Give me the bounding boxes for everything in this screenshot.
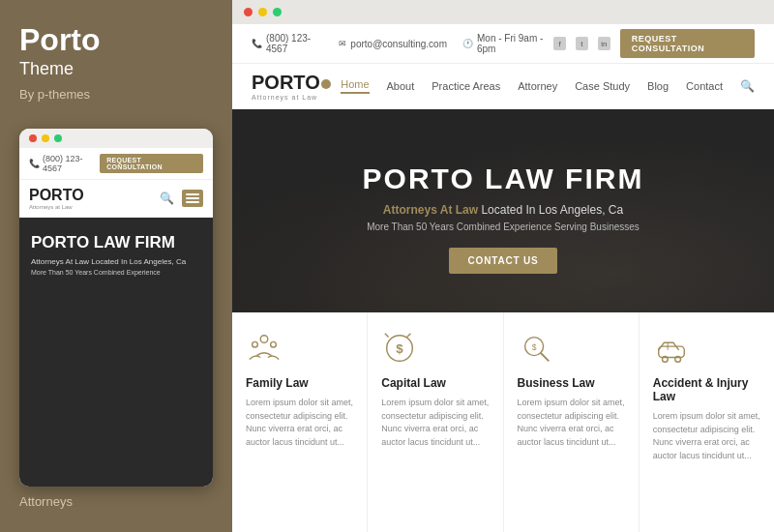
site-logo: PORTO Attorneys at Law xyxy=(252,72,331,101)
site-navbar: PORTO Attorneys at Law Home About Practi… xyxy=(232,64,774,109)
mobile-topbar: 📞 (800) 123-4567 REQUEST CONSULTATION xyxy=(19,148,213,180)
mobile-logo: PORTO Attorneys at Law xyxy=(29,187,84,210)
family-law-card: Family Law Lorem ipsum dolor sit amet, c… xyxy=(232,312,368,532)
nav-contact[interactable]: Contact xyxy=(686,80,723,92)
mobile-consult-button[interactable]: REQUEST CONSULTATION xyxy=(100,154,203,173)
accident-law-icon xyxy=(653,330,690,367)
hero-subtitle: Attorneys At Law Located In Los Angeles,… xyxy=(261,203,745,217)
topbar-phone: 📞 (800) 123-4567 xyxy=(252,33,323,54)
svg-line-6 xyxy=(540,353,549,362)
capital-law-text: Lorem ipsum dolor sit amet, consectetur … xyxy=(381,397,489,449)
topbar-phone-icon: 📞 xyxy=(252,39,262,48)
mobile-hamburger-icon[interactable] xyxy=(182,190,203,207)
facebook-icon[interactable]: f xyxy=(553,37,566,50)
mobile-nav-icons: 🔍 xyxy=(160,190,203,207)
accident-law-card: Accident & Injury Law Lorem ipsum dolor … xyxy=(640,312,774,532)
dot-yellow xyxy=(42,134,49,142)
browser-dot-green xyxy=(273,8,282,16)
nav-practice-areas[interactable]: Practice Areas xyxy=(432,80,500,92)
mobile-hero-section: PORTO LAW FIRM Attorneys At Law Located … xyxy=(19,218,213,487)
svg-point-1 xyxy=(253,341,258,347)
consult-button[interactable]: REQUEST CONSULTATION xyxy=(620,29,755,58)
dot-red xyxy=(29,134,37,142)
cards-row: Family Law Lorem ipsum dolor sit amet, c… xyxy=(232,312,774,532)
nav-search-icon[interactable]: 🔍 xyxy=(740,79,755,93)
site-topbar: 📞 (800) 123-4567 ✉ porto@consulting.com … xyxy=(232,24,774,64)
svg-text:$: $ xyxy=(531,342,536,352)
mobile-hero-title: PORTO LAW FIRM xyxy=(31,233,201,252)
svg-point-0 xyxy=(260,336,268,343)
hero-title: PORTO LAW FIRM xyxy=(261,163,745,195)
business-law-icon: $ xyxy=(518,330,554,367)
mobile-hero-subtitle: Attorneys At Law Located In Los Angeles,… xyxy=(31,257,201,266)
brand-subtitle: Theme xyxy=(19,59,213,79)
mobile-hero-desc: More Than 50 Years Combined Experience xyxy=(31,269,201,276)
nav-case-study[interactable]: Case Study xyxy=(575,80,630,92)
family-law-text: Lorem ipsum dolor sit amet, consectetur … xyxy=(246,397,353,449)
accident-law-title: Accident & Injury Law xyxy=(653,376,760,403)
mobile-phone-number: 📞 (800) 123-4567 xyxy=(29,154,100,173)
topbar-right-section: f t in REQUEST CONSULTATION xyxy=(553,29,755,58)
topbar-left-section: 📞 (800) 123-4567 ✉ porto@consulting.com … xyxy=(252,33,553,54)
browser-dot-red xyxy=(244,8,253,16)
brand-by: By p-themes xyxy=(19,87,213,102)
twitter-icon[interactable]: t xyxy=(576,37,588,50)
business-law-text: Lorem ipsum dolor sit amet, consectetur … xyxy=(518,397,625,449)
hero-cta-button[interactable]: CONTACT US xyxy=(449,248,558,274)
right-panel: 📞 (800) 123-4567 ✉ porto@consulting.com … xyxy=(232,0,774,532)
instagram-icon[interactable]: in xyxy=(598,37,610,50)
svg-rect-8 xyxy=(658,346,684,357)
business-law-card: $ Business Law Lorem ipsum dolor sit ame… xyxy=(504,312,640,532)
capital-law-card: $ Capital Law Lorem ipsum dolor sit amet… xyxy=(368,312,503,532)
mobile-window-dots xyxy=(19,129,213,148)
logo-dot xyxy=(321,79,331,89)
business-law-title: Business Law xyxy=(518,376,595,390)
attorneys-label: Attorneys xyxy=(19,487,213,509)
hero-description: More Than 50 Years Combined Experience S… xyxy=(261,222,745,232)
nav-about[interactable]: About xyxy=(387,80,415,92)
left-panel: Porto Theme By p-themes 📞 (800) 123-4567… xyxy=(0,0,232,532)
svg-text:$: $ xyxy=(397,341,404,356)
family-law-title: Family Law xyxy=(246,376,309,390)
nav-home[interactable]: Home xyxy=(341,78,369,94)
mobile-search-icon[interactable]: 🔍 xyxy=(160,192,174,205)
hero-section: PORTO LAW FIRM Attorneys At Law Located … xyxy=(232,109,774,312)
family-law-icon xyxy=(246,330,283,367)
brand-title: Porto xyxy=(19,23,213,57)
dot-green xyxy=(54,134,62,142)
nav-blog[interactable]: Blog xyxy=(647,80,669,92)
accident-law-text: Lorem ipsum dolor sit amet, consectetur … xyxy=(653,410,760,462)
browser-dot-yellow xyxy=(258,8,267,16)
nav-attorney[interactable]: Attorney xyxy=(518,80,557,92)
topbar-hours: 🕐 Mon - Fri 9am - 6pm xyxy=(462,33,553,54)
mobile-navbar: PORTO Attorneys at Law 🔍 xyxy=(19,180,213,218)
topbar-email: ✉ porto@consulting.com xyxy=(339,39,447,49)
capital-law-icon: $ xyxy=(381,330,418,367)
svg-point-2 xyxy=(271,341,277,347)
browser-chrome xyxy=(232,0,774,24)
mobile-preview-card: 📞 (800) 123-4567 REQUEST CONSULTATION PO… xyxy=(19,129,213,487)
topbar-email-icon: ✉ xyxy=(339,39,346,48)
site-nav-links: Home About Practice Areas Attorney Case … xyxy=(341,78,755,94)
capital-law-title: Capital Law xyxy=(381,376,446,390)
phone-icon: 📞 xyxy=(29,159,40,168)
topbar-clock-icon: 🕐 xyxy=(462,39,473,48)
